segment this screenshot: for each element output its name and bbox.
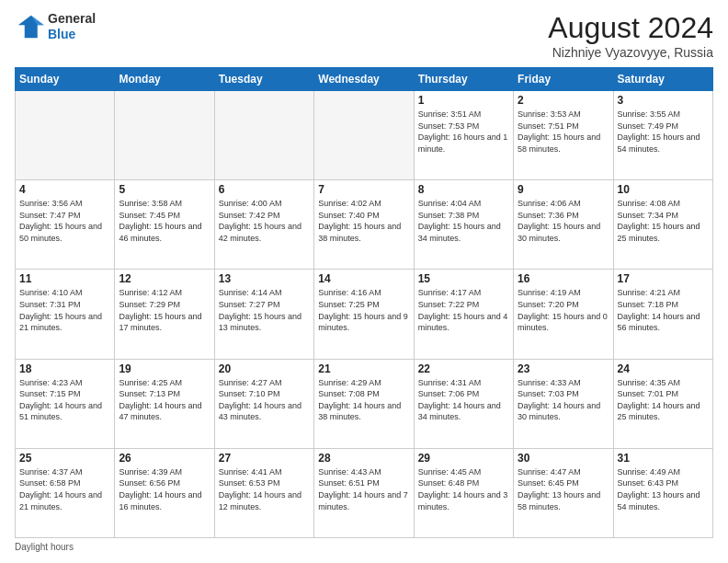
day-info: Sunrise: 4:31 AM Sunset: 7:06 PM Dayligh… (418, 377, 509, 423)
month-year: August 2024 (548, 11, 713, 45)
table-row: 24Sunrise: 4:35 AM Sunset: 7:01 PM Dayli… (613, 359, 712, 448)
day-info: Sunrise: 3:51 AM Sunset: 7:53 PM Dayligh… (418, 109, 509, 155)
day-number: 9 (518, 183, 609, 196)
day-info: Sunrise: 4:12 AM Sunset: 7:29 PM Dayligh… (119, 287, 210, 333)
day-number: 16 (518, 272, 609, 285)
table-row: 26Sunrise: 4:39 AM Sunset: 6:56 PM Dayli… (115, 448, 214, 537)
day-info: Sunrise: 3:55 AM Sunset: 7:49 PM Dayligh… (618, 109, 709, 155)
daylight-label: Daylight hours (15, 542, 74, 552)
table-row: 3Sunrise: 3:55 AM Sunset: 7:49 PM Daylig… (613, 91, 712, 180)
table-row: 1Sunrise: 3:51 AM Sunset: 7:53 PM Daylig… (414, 91, 513, 180)
title-block: August 2024 Nizhniye Vyazovyye, Russia (548, 11, 713, 60)
day-info: Sunrise: 4:39 AM Sunset: 6:56 PM Dayligh… (119, 466, 210, 512)
table-row: 9Sunrise: 4:06 AM Sunset: 7:36 PM Daylig… (514, 180, 613, 270)
table-row: 25Sunrise: 4:37 AM Sunset: 6:58 PM Dayli… (16, 448, 115, 537)
day-number: 27 (219, 452, 310, 465)
logo: General Blue (15, 11, 96, 42)
table-row (16, 91, 115, 180)
logo-blue: Blue (48, 27, 75, 41)
day-info: Sunrise: 4:41 AM Sunset: 6:53 PM Dayligh… (219, 466, 310, 512)
day-info: Sunrise: 4:04 AM Sunset: 7:38 PM Dayligh… (418, 198, 509, 244)
table-row: 22Sunrise: 4:31 AM Sunset: 7:06 PM Dayli… (414, 359, 513, 448)
day-number: 31 (618, 452, 709, 465)
calendar-week-1: 1Sunrise: 3:51 AM Sunset: 7:53 PM Daylig… (16, 91, 713, 180)
header: General Blue August 2024 Nizhniye Vyazov… (15, 11, 713, 60)
col-wednesday: Wednesday (314, 68, 414, 91)
calendar-week-4: 18Sunrise: 4:23 AM Sunset: 7:15 PM Dayli… (16, 359, 713, 448)
calendar-header-row: Sunday Monday Tuesday Wednesday Thursday… (16, 68, 713, 91)
day-info: Sunrise: 4:00 AM Sunset: 7:42 PM Dayligh… (219, 198, 310, 244)
day-info: Sunrise: 4:25 AM Sunset: 7:13 PM Dayligh… (119, 377, 210, 423)
day-number: 28 (318, 452, 409, 465)
day-number: 5 (119, 183, 210, 196)
day-number: 4 (19, 183, 110, 196)
day-number: 18 (19, 362, 110, 375)
day-number: 29 (418, 452, 509, 465)
day-number: 6 (219, 183, 310, 196)
day-number: 14 (318, 272, 409, 285)
day-number: 20 (219, 362, 310, 375)
table-row: 28Sunrise: 4:43 AM Sunset: 6:51 PM Dayli… (314, 448, 414, 537)
table-row (214, 91, 313, 180)
table-row: 19Sunrise: 4:25 AM Sunset: 7:13 PM Dayli… (115, 359, 214, 448)
calendar-week-3: 11Sunrise: 4:10 AM Sunset: 7:31 PM Dayli… (16, 270, 713, 359)
day-number: 15 (418, 272, 509, 285)
day-number: 17 (618, 272, 709, 285)
day-number: 11 (19, 272, 110, 285)
day-info: Sunrise: 4:08 AM Sunset: 7:34 PM Dayligh… (618, 198, 709, 244)
day-info: Sunrise: 4:14 AM Sunset: 7:27 PM Dayligh… (219, 287, 310, 333)
calendar-table: Sunday Monday Tuesday Wednesday Thursday… (15, 67, 713, 538)
day-number: 2 (518, 94, 609, 107)
day-info: Sunrise: 4:49 AM Sunset: 6:43 PM Dayligh… (618, 466, 709, 512)
logo-general: General (48, 11, 96, 26)
day-number: 24 (618, 362, 709, 375)
svg-marker-0 (18, 16, 44, 39)
footer: Daylight hours (15, 542, 713, 552)
day-info: Sunrise: 4:27 AM Sunset: 7:10 PM Dayligh… (219, 377, 310, 423)
day-number: 22 (418, 362, 509, 375)
table-row: 14Sunrise: 4:16 AM Sunset: 7:25 PM Dayli… (314, 270, 414, 359)
calendar-week-2: 4Sunrise: 3:56 AM Sunset: 7:47 PM Daylig… (16, 180, 713, 270)
table-row: 10Sunrise: 4:08 AM Sunset: 7:34 PM Dayli… (613, 180, 712, 270)
day-info: Sunrise: 4:47 AM Sunset: 6:45 PM Dayligh… (518, 466, 609, 512)
table-row: 18Sunrise: 4:23 AM Sunset: 7:15 PM Dayli… (16, 359, 115, 448)
table-row: 17Sunrise: 4:21 AM Sunset: 7:18 PM Dayli… (613, 270, 712, 359)
table-row: 23Sunrise: 4:33 AM Sunset: 7:03 PM Dayli… (514, 359, 613, 448)
day-number: 23 (518, 362, 609, 375)
day-number: 26 (119, 452, 210, 465)
table-row: 31Sunrise: 4:49 AM Sunset: 6:43 PM Dayli… (613, 448, 712, 537)
table-row: 20Sunrise: 4:27 AM Sunset: 7:10 PM Dayli… (214, 359, 313, 448)
table-row: 21Sunrise: 4:29 AM Sunset: 7:08 PM Dayli… (314, 359, 414, 448)
day-info: Sunrise: 4:45 AM Sunset: 6:48 PM Dayligh… (418, 466, 509, 512)
day-number: 3 (618, 94, 709, 107)
table-row: 29Sunrise: 4:45 AM Sunset: 6:48 PM Dayli… (414, 448, 513, 537)
generalblue-logo-icon (15, 14, 44, 40)
day-info: Sunrise: 4:06 AM Sunset: 7:36 PM Dayligh… (518, 198, 609, 244)
table-row: 11Sunrise: 4:10 AM Sunset: 7:31 PM Dayli… (16, 270, 115, 359)
col-friday: Friday (514, 68, 613, 91)
col-thursday: Thursday (414, 68, 513, 91)
table-row: 2Sunrise: 3:53 AM Sunset: 7:51 PM Daylig… (514, 91, 613, 180)
day-info: Sunrise: 4:35 AM Sunset: 7:01 PM Dayligh… (618, 377, 709, 423)
day-number: 10 (618, 183, 709, 196)
table-row: 7Sunrise: 4:02 AM Sunset: 7:40 PM Daylig… (314, 180, 414, 270)
table-row: 15Sunrise: 4:17 AM Sunset: 7:22 PM Dayli… (414, 270, 513, 359)
logo-text: General Blue (48, 11, 96, 42)
day-info: Sunrise: 4:43 AM Sunset: 6:51 PM Dayligh… (318, 466, 409, 512)
day-number: 1 (418, 94, 509, 107)
day-number: 25 (19, 452, 110, 465)
day-info: Sunrise: 4:17 AM Sunset: 7:22 PM Dayligh… (418, 287, 509, 333)
day-info: Sunrise: 4:16 AM Sunset: 7:25 PM Dayligh… (318, 287, 409, 333)
page: General Blue August 2024 Nizhniye Vyazov… (0, 0, 728, 563)
location: Nizhniye Vyazovyye, Russia (548, 45, 713, 60)
col-saturday: Saturday (613, 68, 712, 91)
calendar-week-5: 25Sunrise: 4:37 AM Sunset: 6:58 PM Dayli… (16, 448, 713, 537)
day-number: 21 (318, 362, 409, 375)
day-info: Sunrise: 3:53 AM Sunset: 7:51 PM Dayligh… (518, 109, 609, 155)
col-sunday: Sunday (16, 68, 115, 91)
table-row: 16Sunrise: 4:19 AM Sunset: 7:20 PM Dayli… (514, 270, 613, 359)
table-row: 13Sunrise: 4:14 AM Sunset: 7:27 PM Dayli… (214, 270, 313, 359)
day-info: Sunrise: 4:33 AM Sunset: 7:03 PM Dayligh… (518, 377, 609, 423)
day-info: Sunrise: 4:37 AM Sunset: 6:58 PM Dayligh… (19, 466, 110, 512)
day-info: Sunrise: 4:10 AM Sunset: 7:31 PM Dayligh… (19, 287, 110, 333)
